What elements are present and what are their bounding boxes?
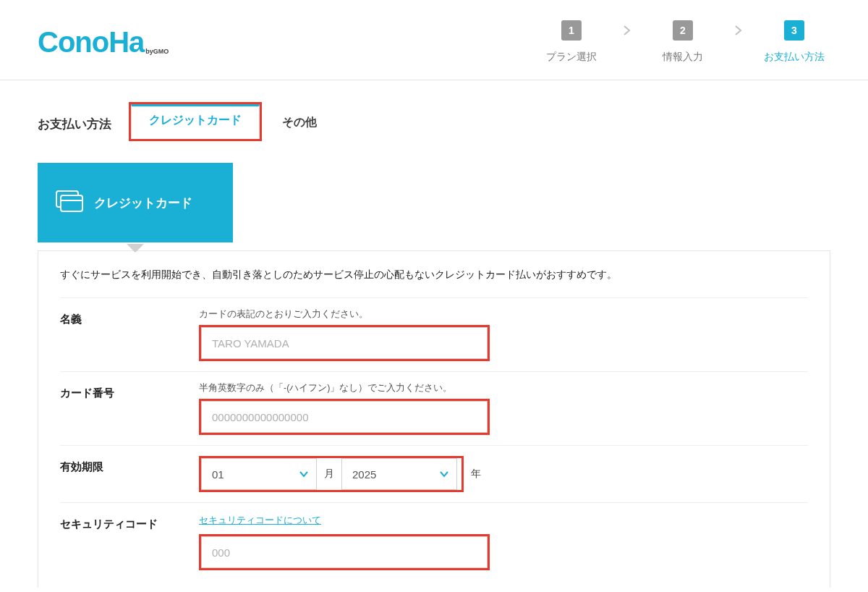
step-2-num: 2 bbox=[673, 20, 693, 41]
step-1-num: 1 bbox=[561, 20, 582, 41]
highlight-box bbox=[199, 399, 490, 435]
info-text: すぐにサービスを利用開始でき、自動引き落としのためサービス停止の心配もないクレジ… bbox=[60, 268, 808, 282]
expiry-year-select[interactable]: 2025 bbox=[341, 458, 457, 490]
step-1: 1 プラン選択 bbox=[535, 20, 608, 64]
highlight-box: 01 月 2025 bbox=[199, 456, 464, 492]
chevron-right-icon bbox=[616, 20, 638, 41]
step-3: 3 お支払い方法 bbox=[758, 20, 830, 64]
payment-tabs: お支払い方法 クレジットカード その他 bbox=[38, 102, 830, 141]
svg-rect-1 bbox=[61, 195, 82, 211]
label-name: 名義 bbox=[60, 308, 199, 326]
form-panel: すぐにサービスを利用開始でき、自動引き落としのためサービス停止の心配もないクレジ… bbox=[38, 250, 830, 588]
tab-other[interactable]: その他 bbox=[265, 106, 334, 141]
logo-subtext: byGMO bbox=[145, 48, 169, 55]
row-expiry: 有効期限 01 月 2025 bbox=[60, 445, 808, 502]
logo: ConoHa byGMO bbox=[38, 26, 169, 59]
highlight-box bbox=[199, 325, 490, 361]
label-expiry: 有効期限 bbox=[60, 456, 199, 474]
security-code-info-link[interactable]: セキュリティコードについて bbox=[199, 515, 321, 527]
credit-card-tile-label: クレジットカード bbox=[94, 195, 192, 211]
wizard-steps: 1 プラン選択 2 情報入力 3 お支払い方法 bbox=[535, 20, 830, 64]
tab-credit-card[interactable]: クレジットカード bbox=[131, 104, 260, 139]
credit-card-icon bbox=[55, 190, 84, 216]
row-security: セキュリティコード セキュリティコードについて bbox=[60, 502, 808, 580]
step-3-label: お支払い方法 bbox=[764, 51, 825, 64]
highlight-box: クレジットカード bbox=[129, 102, 262, 141]
highlight-box bbox=[199, 534, 490, 570]
row-name: 名義 カードの表記のとおりご入力ください。 bbox=[60, 297, 808, 371]
chevron-right-icon bbox=[728, 20, 749, 41]
credit-card-tile[interactable]: クレジットカード bbox=[38, 163, 233, 242]
label-security: セキュリティコード bbox=[60, 513, 199, 531]
cardholder-name-input[interactable] bbox=[201, 327, 488, 359]
hint-number: 半角英数字のみ（「-(ハイフン)」なし）でご入力ください。 bbox=[199, 382, 808, 394]
row-number: カード番号 半角英数字のみ（「-(ハイフン)」なし）でご入力ください。 bbox=[60, 371, 808, 445]
tabs-heading: お支払い方法 bbox=[38, 107, 111, 141]
step-2-label: 情報入力 bbox=[663, 51, 703, 64]
step-1-label: プラン選択 bbox=[546, 51, 597, 64]
security-code-input[interactable] bbox=[201, 536, 488, 568]
step-2: 2 情報入力 bbox=[647, 20, 719, 64]
card-tile-wrap: クレジットカード bbox=[38, 163, 830, 253]
card-number-input[interactable] bbox=[201, 401, 488, 433]
month-unit: 月 bbox=[324, 468, 334, 481]
year-unit: 年 bbox=[471, 468, 481, 481]
logo-text: ConoHa bbox=[38, 26, 144, 59]
label-number: カード番号 bbox=[60, 382, 199, 400]
hint-name: カードの表記のとおりご入力ください。 bbox=[199, 308, 808, 321]
step-3-num: 3 bbox=[784, 20, 804, 41]
expiry-month-select[interactable]: 01 bbox=[201, 458, 317, 490]
